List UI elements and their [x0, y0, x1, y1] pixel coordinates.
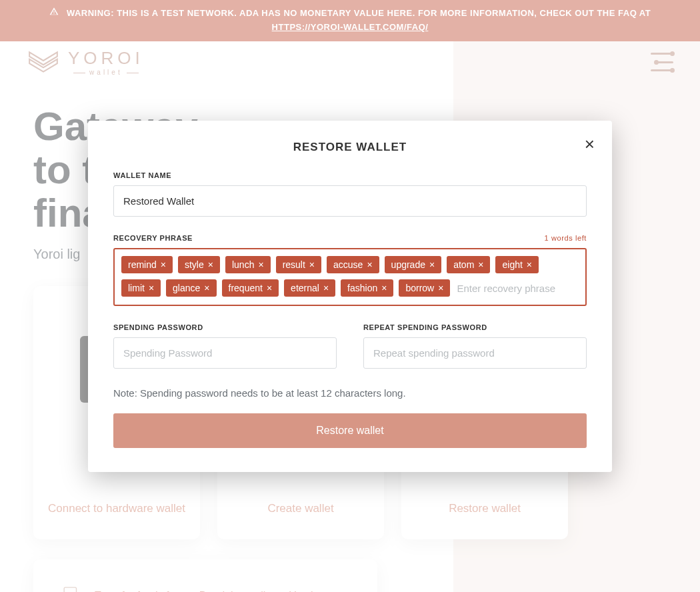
spending-password-input[interactable]	[113, 337, 337, 369]
repeat-spending-password-input[interactable]	[363, 337, 587, 369]
chip-remove-icon[interactable]: ×	[429, 259, 435, 270]
phrase-chip: eight×	[495, 256, 539, 273]
phrase-chip-word: frequent	[229, 283, 263, 293]
restore-wallet-button[interactable]: Restore wallet	[113, 413, 587, 448]
chip-remove-icon[interactable]: ×	[478, 259, 483, 270]
phrase-chip-word: atom	[453, 259, 474, 270]
phrase-chip: limit×	[121, 279, 161, 297]
phrase-chip-word: borrow	[405, 283, 434, 293]
phrase-chip-word: lunch	[232, 259, 254, 270]
phrase-chip-word: fashion	[347, 283, 377, 293]
password-note: Note: Spending password needs to be at l…	[113, 387, 587, 399]
phrase-chip: accuse×	[327, 256, 379, 273]
phrase-chip-word: remind	[128, 259, 157, 270]
wallet-name-input[interactable]	[113, 185, 587, 217]
chip-remove-icon[interactable]: ×	[208, 259, 213, 270]
phrase-chip-word: eternal	[291, 283, 319, 293]
phrase-chip-word: limit	[128, 283, 145, 293]
repeat-spending-password-label: REPEAT SPENDING PASSWORD	[363, 323, 587, 331]
phrase-chip-word: style	[185, 259, 204, 270]
chip-remove-icon[interactable]: ×	[309, 259, 315, 270]
phrase-chip: eternal×	[284, 279, 335, 297]
chip-remove-icon[interactable]: ×	[367, 259, 372, 270]
phrase-chip: glance×	[166, 279, 216, 297]
spending-password-label: SPENDING PASSWORD	[113, 323, 337, 331]
phrase-chip-word: glance	[173, 283, 200, 293]
modal-overlay: RESTORE WALLET × WALLET NAME RECOVERY PH…	[0, 0, 700, 592]
restore-wallet-modal: RESTORE WALLET × WALLET NAME RECOVERY PH…	[88, 121, 612, 472]
phrase-chip-word: accuse	[333, 259, 363, 270]
phrase-chip: remind×	[121, 256, 173, 273]
phrase-chip: atom×	[447, 256, 490, 273]
chip-remove-icon[interactable]: ×	[204, 283, 209, 293]
chip-remove-icon[interactable]: ×	[161, 259, 166, 270]
wallet-name-label: WALLET NAME	[113, 171, 587, 179]
modal-title: RESTORE WALLET	[113, 141, 587, 154]
phrase-chip: fashion×	[341, 279, 393, 297]
close-icon[interactable]: ×	[585, 135, 595, 153]
phrase-chip: style×	[178, 256, 220, 273]
recovery-phrase-label: RECOVERY PHRASE	[113, 234, 193, 242]
chip-remove-icon[interactable]: ×	[438, 283, 443, 293]
recovery-phrase-input[interactable]	[455, 279, 579, 298]
words-left-counter: 1 words left	[545, 234, 587, 242]
phrase-chip: borrow×	[399, 279, 450, 297]
phrase-chip: lunch×	[225, 256, 271, 273]
chip-remove-icon[interactable]: ×	[258, 259, 263, 270]
chip-remove-icon[interactable]: ×	[323, 283, 329, 293]
chip-remove-icon[interactable]: ×	[527, 259, 532, 270]
phrase-chip: frequent×	[222, 279, 279, 297]
phrase-chip: upgrade×	[385, 256, 442, 273]
recovery-phrase-box[interactable]: remind×style×lunch×result×accuse×upgrade…	[113, 248, 587, 306]
phrase-chip-word: result	[283, 259, 305, 270]
phrase-chip-word: upgrade	[391, 259, 425, 270]
chip-remove-icon[interactable]: ×	[381, 283, 387, 293]
phrase-chip-word: eight	[502, 259, 522, 270]
chip-remove-icon[interactable]: ×	[149, 283, 154, 293]
chip-remove-icon[interactable]: ×	[267, 283, 272, 293]
phrase-chip: result×	[276, 256, 321, 273]
